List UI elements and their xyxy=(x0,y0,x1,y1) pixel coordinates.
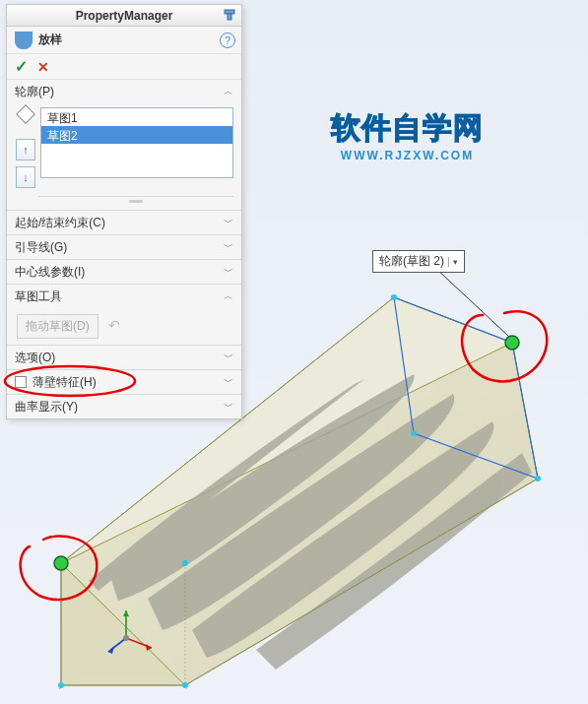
profile-callout[interactable]: 轮廓(草图 2) ▾ xyxy=(372,250,465,273)
profile-selector-icon[interactable] xyxy=(16,104,35,124)
chevron-down-icon: ﹀ xyxy=(224,351,233,364)
undo-icon: ↶ xyxy=(104,314,124,339)
panel-title: PropertyManager xyxy=(76,9,173,23)
pin-icon[interactable] xyxy=(222,7,237,23)
feature-name: 放样 xyxy=(38,32,62,48)
callout-dropdown-icon[interactable]: ▾ xyxy=(448,257,458,267)
section-options-header[interactable]: 选项(O) ﹀ xyxy=(7,346,241,369)
svg-point-21 xyxy=(54,556,68,570)
graphics-viewport[interactable]: 软件自学网 WWW.RJZXW.COM xyxy=(0,0,588,704)
help-icon[interactable]: ? xyxy=(220,32,235,48)
drag-sketch-button: 拖动草图(D) xyxy=(17,314,98,339)
section-curvature: 曲率显示(Y) ﹀ xyxy=(7,395,241,418)
move-up-button[interactable]: ↑ xyxy=(16,139,35,160)
section-centerline-header[interactable]: 中心线参数(I) ﹀ xyxy=(7,260,241,284)
svg-point-20 xyxy=(505,336,519,350)
loft-feature-icon xyxy=(15,32,33,49)
section-start-end-header[interactable]: 起始/结束约束(C) ﹀ xyxy=(7,211,241,234)
profiles-listbox[interactable]: 草图1 草图2 xyxy=(40,107,233,178)
move-down-button[interactable]: ↓ xyxy=(16,166,35,188)
section-start-end: 起始/结束约束(C) ﹀ xyxy=(7,211,241,235)
section-options: 选项(O) ﹀ xyxy=(7,346,241,370)
chevron-down-icon: ﹀ xyxy=(224,216,233,229)
section-curvature-label: 曲率显示(Y) xyxy=(15,399,78,416)
svg-point-28 xyxy=(123,635,129,641)
chevron-down-icon: ﹀ xyxy=(224,375,233,389)
list-resize-handle[interactable] xyxy=(38,196,233,206)
section-thin-header[interactable]: 薄壁特征(H) ﹀ xyxy=(7,370,241,394)
chevron-up-icon: ︿ xyxy=(224,85,233,98)
section-sketch-tools-header[interactable]: 草图工具 ︿ xyxy=(7,285,241,308)
svg-rect-29 xyxy=(225,10,234,14)
section-curvature-header[interactable]: 曲率显示(Y) ﹀ xyxy=(7,395,241,418)
cancel-button[interactable]: ✕ xyxy=(37,59,49,75)
section-sketch-tools: 草图工具 ︿ 拖动草图(D) ↶ xyxy=(7,285,241,346)
svg-point-14 xyxy=(182,682,188,688)
section-centerline: 中心线参数(I) ﹀ xyxy=(7,260,241,285)
callout-label: 轮廓(草图 2) xyxy=(379,253,444,270)
svg-point-13 xyxy=(58,682,64,688)
svg-point-18 xyxy=(535,476,541,481)
section-profiles-header[interactable]: 轮廓(P) ︿ xyxy=(7,80,241,103)
property-manager-panel: PropertyManager 放样 ? ✓ ✕ 轮廓(P) ︿ xyxy=(6,4,242,419)
chevron-down-icon: ﹀ xyxy=(224,400,233,414)
section-profiles: 轮廓(P) ︿ ↑ ↓ 草图1 草图2 xyxy=(7,80,241,211)
section-sketch-tools-label: 草图工具 xyxy=(15,288,62,305)
thin-feature-checkbox[interactable] xyxy=(15,376,27,388)
svg-point-15 xyxy=(182,560,188,566)
list-item[interactable]: 草图1 xyxy=(41,108,232,126)
section-guides-header[interactable]: 引导线(G) ﹀ xyxy=(7,235,241,259)
list-item[interactable]: 草图2 xyxy=(41,126,232,144)
panel-titlebar: PropertyManager xyxy=(7,5,241,27)
ok-button[interactable]: ✓ xyxy=(15,57,28,76)
svg-rect-30 xyxy=(228,14,231,20)
section-guides-label: 引导线(G) xyxy=(15,239,67,256)
feature-header: 放样 ? xyxy=(7,27,241,54)
section-options-label: 选项(O) xyxy=(15,350,55,366)
svg-point-19 xyxy=(411,430,417,436)
section-centerline-label: 中心线参数(I) xyxy=(15,264,85,281)
chevron-up-icon: ︿ xyxy=(224,289,233,303)
section-guides: 引导线(G) ﹀ xyxy=(7,235,241,260)
chevron-down-icon: ﹀ xyxy=(224,240,233,254)
section-profiles-label: 轮廓(P) xyxy=(15,84,54,100)
chevron-down-icon: ﹀ xyxy=(224,265,233,279)
confirm-row: ✓ ✕ xyxy=(7,54,241,80)
section-thin-label: 薄壁特征(H) xyxy=(33,374,97,391)
section-start-end-label: 起始/结束约束(C) xyxy=(15,215,105,231)
section-thin: 薄壁特征(H) ﹀ xyxy=(7,370,241,395)
svg-point-16 xyxy=(391,294,397,300)
